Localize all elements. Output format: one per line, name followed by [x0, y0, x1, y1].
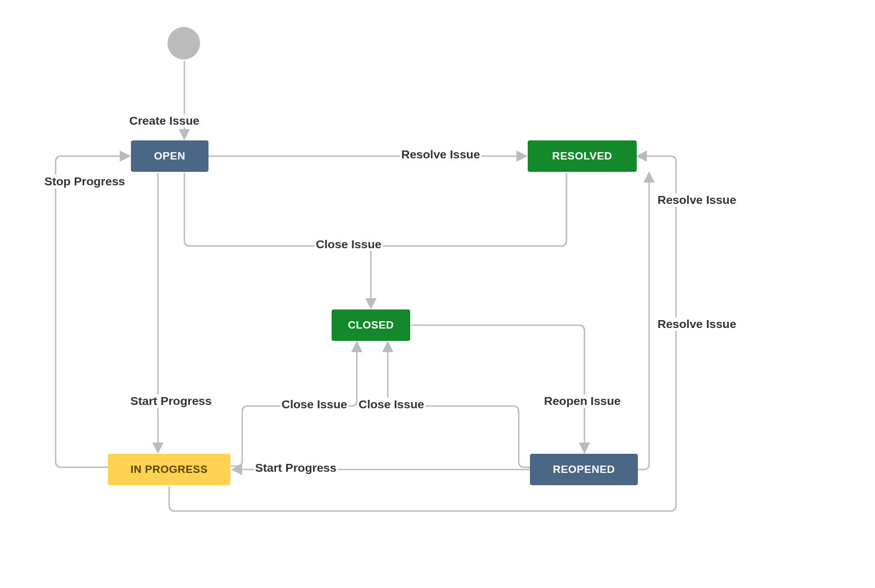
- label-create-issue: Create Issue: [128, 114, 201, 127]
- edge-stop-progress: [56, 156, 130, 467]
- label-close-open-res: Close Issue: [315, 238, 383, 251]
- edge-close-from-open: [184, 173, 371, 246]
- state-inprogress: IN PROGRESS: [108, 454, 230, 485]
- label-start-from-reo: Start Progress: [254, 461, 338, 475]
- state-reopened: REOPENED: [530, 454, 638, 485]
- label-start-from-open: Start Progress: [129, 394, 213, 408]
- state-start: [167, 27, 200, 60]
- workflow-edges: [0, 0, 875, 588]
- state-inprogress-label: IN PROGRESS: [130, 463, 207, 476]
- label-stop-progress: Stop Progress: [43, 175, 126, 188]
- workflow-diagram: OPEN RESOLVED CLOSED IN PROGRESS REOPENE…: [0, 0, 875, 588]
- label-resolve-reo: Resolve Issue: [656, 317, 737, 331]
- state-reopened-label: REOPENED: [553, 463, 615, 476]
- label-resolve-ip: Resolve Issue: [656, 193, 737, 207]
- edge-reopen-issue: [411, 325, 584, 453]
- label-reopen-issue: Reopen Issue: [543, 394, 622, 408]
- state-resolved: RESOLVED: [528, 140, 637, 172]
- label-resolve-open: Resolve Issue: [400, 148, 481, 161]
- state-closed-label: CLOSED: [348, 319, 394, 331]
- edge-resolve-from-reopened: [638, 172, 649, 470]
- state-open-label: OPEN: [154, 150, 185, 162]
- label-close-from-ip: Close Issue: [280, 398, 348, 411]
- state-resolved-label: RESOLVED: [552, 150, 612, 162]
- label-close-from-reo: Close Issue: [357, 398, 425, 411]
- state-closed: CLOSED: [332, 309, 410, 341]
- state-open: OPEN: [131, 140, 208, 172]
- edge-close-from-resolved: [371, 173, 566, 246]
